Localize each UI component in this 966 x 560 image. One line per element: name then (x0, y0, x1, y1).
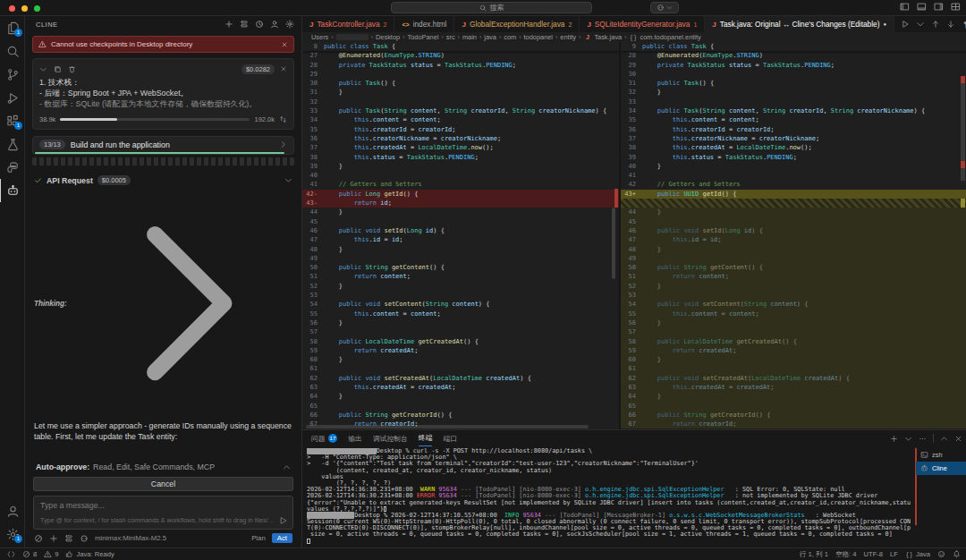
run-button[interactable] (901, 20, 910, 29)
chevron-down-icon[interactable] (39, 65, 47, 73)
maximize-panel-icon[interactable] (940, 435, 948, 443)
arrow-down-button[interactable] (946, 20, 955, 29)
mcp-icon[interactable] (80, 534, 89, 543)
tab-globalexceptionhandler.java[interactable]: JGlobalExceptionHandler.java2 (454, 16, 580, 32)
act-toggle[interactable]: Act (272, 533, 292, 543)
settings-icon[interactable] (285, 20, 294, 29)
pilcrow-button[interactable]: ¶ (962, 20, 966, 29)
copy-icon[interactable] (54, 65, 62, 73)
history-icon[interactable] (255, 20, 264, 29)
breadcrumb-item[interactable]: TodoPanel (407, 33, 438, 41)
chevron-down-icon[interactable] (284, 176, 292, 184)
more-icon[interactable] (919, 435, 927, 443)
close-icon[interactable] (280, 65, 287, 72)
arrow-up-button[interactable] (931, 20, 940, 29)
build-status[interactable] (934, 548, 949, 560)
plan-toggle[interactable]: Plan (251, 534, 266, 542)
eol[interactable]: LF (886, 548, 902, 560)
breadcrumb-item[interactable]: Desktop (376, 33, 400, 41)
activity-python[interactable] (0, 156, 25, 179)
toggle-sidebar-icon[interactable] (900, 2, 910, 12)
java-status[interactable]: Java: Ready (62, 548, 117, 560)
breadcrumb-item[interactable]: main (462, 33, 477, 41)
breadcrumb-item[interactable]: src (446, 33, 455, 41)
minimize-traffic-light[interactable] (21, 5, 28, 12)
terminal-instance-cline[interactable]: Cline (916, 462, 966, 475)
new-terminal-icon[interactable] (890, 435, 898, 443)
remote-indicator[interactable] (4, 548, 19, 560)
trash-icon[interactable] (68, 65, 76, 73)
customize-layout-icon[interactable] (951, 2, 961, 12)
close-traffic-light[interactable] (9, 5, 15, 12)
activity-search[interactable] (0, 39, 25, 63)
tab-sqliteidentitygenerator.java[interactable]: JSQLiteIdentityGenerator.java1 (580, 16, 705, 32)
warnings-count[interactable]: 9 (40, 548, 62, 560)
notifications-bell[interactable] (949, 548, 964, 560)
api-request-row[interactable]: API Request$0.0005 (34, 175, 292, 185)
expand-context-icon[interactable] (279, 115, 287, 123)
terminal-instance-zsh[interactable]: zsh (916, 448, 966, 462)
breadcrumb-item[interactable]: { }com.todopanel.entity (630, 33, 701, 41)
activity-account[interactable] (0, 499, 25, 522)
focus-chain[interactable]: 13/13 Build and run the application (32, 136, 294, 155)
close-icon[interactable] (281, 41, 288, 48)
chev-down-button[interactable] (916, 20, 925, 29)
activity-cline[interactable] (0, 179, 25, 202)
code-line: 64 } (302, 392, 619, 401)
panel-tab-调试控制台[interactable]: 调试控制台 (373, 430, 408, 446)
toggle-panel-icon[interactable] (917, 2, 927, 12)
indentation[interactable]: 空格: 4 (832, 548, 860, 560)
copilot-menu[interactable] (650, 2, 679, 13)
context-slash-icon[interactable] (34, 534, 43, 543)
task-card[interactable]: $0.0282 1. 技术栈： - 后端：Spring Boot + JPA +… (32, 58, 294, 130)
model-selector[interactable]: minimax:MiniMax-M2.5 (95, 534, 166, 542)
panel-tab-输出[interactable]: 输出 (348, 430, 362, 446)
panel-tab-问题[interactable]: 问题17 (311, 430, 337, 446)
breadcrumb-item[interactable]: java (484, 33, 496, 41)
activity-scm[interactable] (0, 63, 25, 86)
close-panel-icon[interactable] (954, 435, 962, 443)
scrollbar-thumb[interactable] (612, 208, 615, 279)
new-task-icon[interactable] (225, 20, 233, 29)
maximize-traffic-light[interactable] (34, 5, 40, 12)
tab-index.html[interactable]: <>index.html (394, 16, 454, 32)
breadcrumb-item[interactable]: com (504, 33, 516, 41)
cursor-position[interactable]: 行 1, 列 1 (796, 548, 832, 560)
breadcrumb-item[interactable]: todopanel (524, 33, 553, 41)
breadcrumb-item[interactable]: entity (560, 33, 576, 41)
panel-tab-终端[interactable]: 终端 (419, 430, 433, 446)
breadcrumb[interactable]: Users››Desktop›TodoPanel›src›main›java›c… (302, 32, 966, 42)
panel-tab-端口[interactable]: 端口 (443, 430, 457, 446)
activity-test[interactable] (0, 132, 25, 156)
auto-approve-row[interactable]: Auto-approve: Read, Edit, Safe Commands,… (25, 459, 301, 475)
diff-modified-pane[interactable]: 9public class Task {28 @Enumerated(EnumT… (621, 42, 966, 429)
collapsed-message-row[interactable] (32, 157, 294, 165)
tab-taskcontroller.java[interactable]: JTaskController.java2 (302, 16, 394, 32)
encoding[interactable]: UTF-8 (860, 548, 887, 560)
cancel-button[interactable]: Cancel (33, 477, 293, 491)
terminal-profile-icon[interactable] (904, 435, 912, 443)
send-icon[interactable] (279, 516, 288, 525)
account-icon[interactable] (270, 20, 279, 29)
tab-task.java[interactable]: JTask.java: Original ↔ Cline's Changes (… (705, 16, 894, 32)
chevron-right-icon[interactable] (72, 193, 292, 413)
activity-settings[interactable]: 1 (0, 522, 25, 546)
terminal-output[interactable]: Desktop % curl -s -X POST http://localho… (307, 448, 911, 546)
errors-count[interactable]: 8 (19, 548, 40, 560)
chat-input[interactable]: Type a message... Type @ for context, / … (33, 496, 293, 530)
add-icon[interactable] (49, 534, 58, 543)
language-mode[interactable]: { }Java (902, 548, 934, 560)
mcp-servers-icon[interactable] (240, 20, 249, 29)
command-center-search[interactable]: 搜索 (391, 2, 592, 13)
activity-extensions[interactable]: 1 (0, 109, 25, 132)
rules-icon[interactable] (64, 534, 73, 543)
diff-original-pane[interactable]: 8public class Task {27 @Enumerated(EnumT… (302, 42, 619, 429)
problem-count: 2 (568, 21, 572, 28)
thinking-row[interactable]: Thinking:...o use a manually assigned ID… (34, 193, 292, 413)
breadcrumb-item[interactable]: JTask.java (583, 33, 622, 41)
activity-files[interactable]: 1 (0, 16, 25, 39)
breadcrumb-item[interactable]: Users (311, 33, 328, 41)
toggle-secondary-sidebar-icon[interactable] (934, 2, 944, 12)
horizontal-scrollbar[interactable] (306, 425, 589, 428)
activity-debug[interactable] (0, 86, 25, 109)
